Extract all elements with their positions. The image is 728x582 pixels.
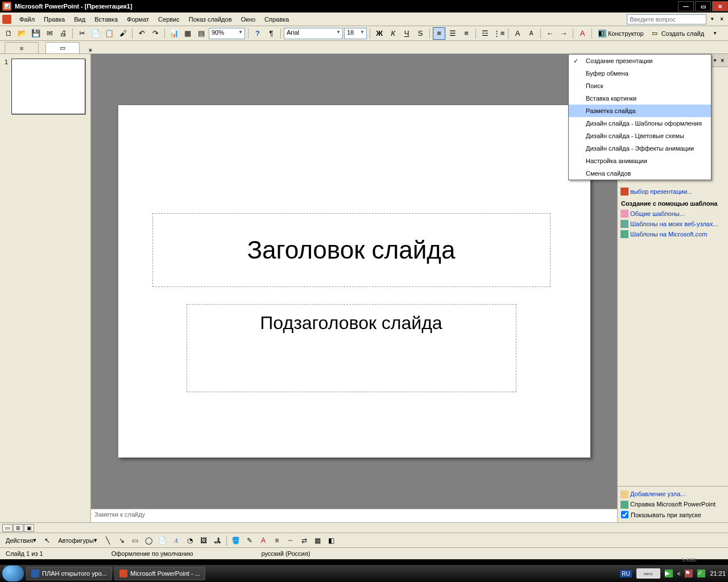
minimize-button[interactable]: — [678, 1, 694, 11]
line-icon[interactable]: ╲ [102, 534, 114, 547]
zoom-combo[interactable]: 90% [209, 28, 245, 39]
start-button[interactable] [2, 566, 24, 581]
menu-tools[interactable]: Сервис [154, 14, 184, 24]
taskpane-link-web-templates[interactable]: Шаблоны на моих веб-узлах... [618, 219, 728, 229]
taskpane-link-general-templates[interactable]: Общие шаблоны... [618, 209, 728, 219]
sorter-view-button[interactable]: ⊞ [13, 524, 23, 532]
chart-icon[interactable]: 📊 [168, 27, 180, 40]
align-right-button[interactable]: ≡ [460, 27, 473, 40]
oval-icon[interactable]: ◯ [143, 534, 155, 547]
shadow-button[interactable]: S [414, 27, 427, 40]
dd-item-slide-layout[interactable]: Разметка слайда [569, 105, 711, 117]
new-slide-button[interactable]: ▭Создать слайд [648, 27, 708, 40]
taskpane-link-ms-templates[interactable]: Шаблоны на Microsoft.com [618, 229, 728, 239]
clipart-icon[interactable]: 🖼 [197, 534, 210, 547]
decrease-font-button[interactable]: A [525, 27, 537, 40]
copy-icon[interactable]: 📄 [89, 27, 102, 40]
arrow-icon[interactable]: ↘ [115, 534, 128, 547]
dd-item-design-colors[interactable]: Дизайн слайда - Цветовые схемы [569, 130, 711, 142]
dd-item-custom-animation[interactable]: Настройка анимации [569, 155, 711, 167]
rectangle-icon[interactable]: ▭ [129, 534, 142, 547]
paste-icon[interactable]: 📋 [103, 27, 115, 40]
print-icon[interactable]: 🖨 [57, 27, 69, 40]
dd-item-design-templates[interactable]: Дизайн слайда - Шаблоны оформления [569, 117, 711, 130]
align-left-button[interactable]: ≡ [433, 27, 445, 40]
notes-pane[interactable]: Заметки к слайду [91, 509, 617, 522]
show-startup-checkbox[interactable] [621, 511, 628, 518]
nero-tray-icon[interactable]: nero [636, 568, 660, 579]
underline-button[interactable]: Ч [400, 27, 413, 40]
dd-item-search[interactable]: Поиск [569, 80, 711, 92]
show-formatting-icon[interactable]: ¶ [265, 27, 278, 40]
slideshow-view-button[interactable]: ▣ [24, 524, 34, 532]
font-combo[interactable]: Arial [284, 28, 343, 39]
cut-icon[interactable]: ✂ [76, 27, 88, 40]
font-color-icon[interactable]: A [257, 534, 270, 547]
tab-close-button[interactable]: × [89, 47, 92, 53]
tab-outline[interactable]: ≡ [5, 42, 39, 53]
menu-edit[interactable]: Правка [39, 14, 69, 24]
taskpane-show-startup[interactable]: Показывать при запуске [618, 509, 728, 520]
undo-icon[interactable]: ↶ [135, 27, 148, 40]
textbox-icon[interactable]: 📄 [156, 534, 169, 547]
dd-item-insert-picture[interactable]: Вставка картинки [569, 92, 711, 105]
numbering-button[interactable]: ☲ [479, 27, 491, 40]
help-search-input[interactable] [627, 14, 706, 24]
new-icon[interactable]: 🗋 [2, 27, 15, 40]
menu-file[interactable]: Файл [15, 14, 39, 24]
normal-view-button[interactable]: ▭ [2, 524, 13, 532]
doc-close-button[interactable]: × [718, 16, 726, 22]
title-placeholder[interactable]: Заголовок слайда [152, 213, 551, 287]
close-button[interactable]: ✕ [712, 1, 728, 11]
dd-item-new-presentation[interactable]: ✓Создание презентации [569, 55, 711, 67]
dd-item-clipboard[interactable]: Буфер обмена [569, 67, 711, 80]
draw-actions-menu[interactable]: Действия ▾ [2, 534, 40, 547]
arrow-style-icon[interactable]: ⇄ [298, 534, 311, 547]
italic-button[interactable]: К [387, 27, 399, 40]
diagram-icon[interactable]: ◔ [184, 534, 196, 547]
fill-color-icon[interactable]: 🪣 [230, 534, 242, 547]
help-icon[interactable]: ? [251, 27, 264, 40]
language-indicator[interactable]: RU [620, 570, 631, 577]
help-dropdown-icon[interactable]: ▼ [709, 16, 715, 22]
align-center-button[interactable]: ☰ [446, 27, 459, 40]
tray-icon-2[interactable]: ⚑ [685, 569, 693, 577]
menu-window[interactable]: Окно [237, 14, 260, 24]
open-icon[interactable]: 📂 [16, 27, 28, 40]
doc-control-icon[interactable] [2, 15, 11, 24]
clock[interactable]: 21:21 [710, 570, 726, 577]
tab-slides[interactable]: ▭ [46, 42, 80, 53]
taskbar-item-powerpoint[interactable]: Microsoft PowerPoint - ... [114, 567, 205, 580]
menu-help[interactable]: Справка [260, 14, 293, 24]
tables-borders-icon[interactable]: ▤ [195, 27, 208, 40]
font-color-button[interactable]: A [576, 27, 589, 40]
subtitle-placeholder[interactable]: Подзаголовок слайда [187, 304, 516, 392]
line-style-icon[interactable]: ≡ [271, 534, 283, 547]
dash-style-icon[interactable]: ┄ [284, 534, 297, 547]
menu-format[interactable]: Формат [122, 14, 154, 24]
taskpane-add-node[interactable]: Добавление узла... [618, 489, 728, 499]
taskpane-help-link[interactable]: Справка Microsoft PowerPoint [618, 499, 728, 509]
format-painter-icon[interactable]: 🖌 [117, 27, 129, 40]
slide-canvas[interactable]: Заголовок слайда Подзаголовок слайда [118, 105, 590, 458]
fontsize-combo[interactable]: 18 [344, 28, 367, 39]
menu-insert[interactable]: Вставка [90, 14, 122, 24]
table-icon[interactable]: ▦ [181, 27, 194, 40]
decrease-indent-button[interactable]: ← [544, 27, 556, 40]
select-icon[interactable]: ↖ [41, 534, 53, 547]
mail-icon[interactable]: ✉ [43, 27, 56, 40]
taskpane-dropdown-button[interactable]: ▼ [711, 58, 719, 63]
bold-button[interactable]: Ж [373, 27, 386, 40]
tray-icon-1[interactable]: ▶ [665, 569, 673, 577]
slide-thumbnail[interactable] [11, 59, 85, 114]
wordart-icon[interactable]: 𝐴 [170, 534, 183, 547]
tray-icon-3[interactable]: ✓ [697, 569, 705, 577]
save-icon[interactable]: 💾 [30, 27, 42, 40]
increase-font-button[interactable]: A [511, 27, 524, 40]
menu-slideshow[interactable]: Показ слайдов [184, 14, 237, 24]
picture-icon[interactable]: 🏞 [211, 534, 224, 547]
autoshapes-menu[interactable]: Автофигуры ▾ [55, 534, 101, 547]
increase-indent-button[interactable]: → [557, 27, 570, 40]
dd-item-design-animation[interactable]: Дизайн слайда - Эффекты анимации [569, 142, 711, 155]
toolbar-overflow-icon[interactable]: ▼ [709, 27, 721, 40]
